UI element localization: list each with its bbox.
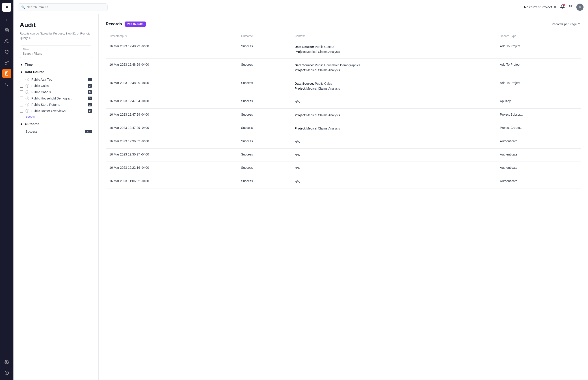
info-icon[interactable]: i (26, 90, 29, 94)
nav-key-icon[interactable] (2, 58, 11, 67)
cell-record-type: Authenticate (496, 148, 581, 162)
filter-item-public-case3: i Public Case 3 3 (20, 89, 92, 95)
nav-audit-icon[interactable] (2, 69, 11, 78)
records-per-page-label: Records per Page (551, 22, 577, 26)
filter-item-public-aaa-tpc: i Public Aaa Tpc 7 (20, 76, 92, 83)
cell-outcome: Success (238, 148, 291, 162)
cell-timestamp: 16 Mar 2023 12:47:29 -0400 (106, 122, 238, 135)
cell-timestamp: 16 Mar 2023 12:30:27 -0400 (106, 148, 238, 162)
checkbox-public-raster[interactable] (20, 109, 23, 113)
filter-time-header[interactable]: ▼ Time (20, 62, 92, 66)
search-input[interactable] (27, 5, 104, 9)
checkbox-public-household[interactable] (20, 96, 23, 100)
col-timestamp: Timestamp ⇅ (106, 32, 238, 40)
info-icon[interactable]: i (26, 78, 29, 81)
nav-plus-icon[interactable]: ＋ (2, 15, 11, 24)
info-icon[interactable]: i (26, 103, 29, 106)
sort-icon[interactable]: ⇅ (125, 35, 127, 38)
nav-add-circle-icon[interactable] (2, 368, 11, 377)
filter-search-box[interactable]: Filters (20, 45, 92, 58)
table-row: 16 Mar 2023 12:22:16 -0400 Success N/A A… (106, 162, 581, 175)
table-row: 16 Mar 2023 12:47:34 -0400 Success N/A A… (106, 95, 581, 108)
checkbox-success[interactable] (20, 130, 23, 133)
filter-label-public-store: Public Store Returns (31, 103, 85, 106)
checkbox-public-aaa-tpc[interactable] (20, 78, 23, 81)
see-all-link[interactable]: See All (26, 115, 92, 118)
nav-database-icon[interactable] (2, 26, 11, 35)
cell-timestamp: 16 Mar 2023 12:22:16 -0400 (106, 162, 238, 175)
nav-terminal-icon[interactable] (2, 80, 11, 89)
app-logo[interactable]: ■ (2, 3, 11, 12)
filter-section-datasource: ▲ Data Source i Public Aaa Tpc 7 i Publi… (20, 70, 92, 118)
cell-timestamp: 16 Mar 2023 12:47:29 -0400 (106, 108, 238, 122)
page-description: Results can be filtered by Purpose, Blob… (20, 31, 92, 40)
cell-record-type: Authenticate (496, 162, 581, 175)
records-header: Records 209 Results Records per Page ⇅ (106, 21, 581, 27)
filter-label-public-calcs: Public Calcs (31, 84, 85, 88)
cell-context: N/A (291, 175, 496, 188)
results-badge: 209 Results (125, 21, 146, 27)
cell-record-type: Project Subscr... (496, 108, 581, 122)
filter-item-public-raster: i Public Raster Overviews 2 (20, 108, 92, 114)
cell-context: Project:Medical Claims Analysis (291, 108, 496, 122)
cell-record-type: Authenticate (496, 135, 581, 148)
project-selector[interactable]: No Current Project ⇅ (524, 5, 557, 9)
nav-users-icon[interactable] (2, 37, 11, 46)
cell-outcome: Success (238, 77, 291, 95)
cell-outcome: Success (238, 122, 291, 135)
cell-context: Data Source: Public Case 3Project:Medica… (291, 40, 496, 58)
checkbox-public-case3[interactable] (20, 90, 23, 94)
filter-outcome-label: Outcome (25, 122, 39, 126)
search-box[interactable]: 🔍 (18, 3, 108, 11)
table-row: 16 Mar 2023 12:47:29 -0400 Success Proje… (106, 108, 581, 122)
table-row: 16 Mar 2023 12:48:29 -0400 Success Data … (106, 58, 581, 77)
cell-record-type: Add To Project (496, 58, 581, 77)
records-table: Timestamp ⇅ Outcome Context Record Type … (106, 32, 581, 189)
filter-search-input[interactable] (23, 52, 89, 55)
cell-timestamp: 16 Mar 2023 11:06:32 -0400 (106, 175, 238, 188)
cell-context: N/A (291, 95, 496, 108)
cell-timestamp: 16 Mar 2023 12:36:33 -0400 (106, 135, 238, 148)
cell-outcome: Success (238, 40, 291, 58)
nav-shield-icon[interactable] (2, 47, 11, 57)
cell-timestamp: 16 Mar 2023 12:48:29 -0400 (106, 77, 238, 95)
records-title: Records (106, 22, 122, 26)
info-icon[interactable]: i (26, 109, 29, 113)
sidebar-panel: Audit Results can be filtered by Purpose… (13, 14, 99, 380)
svg-point-0 (5, 29, 9, 30)
notification-dot (563, 4, 565, 6)
filter-label: Filters (23, 48, 89, 51)
project-selector-label: No Current Project (524, 5, 552, 9)
svg-point-7 (6, 362, 7, 363)
table-row: 16 Mar 2023 12:36:33 -0400 Success N/A A… (106, 135, 581, 148)
topbar: 🔍 No Current Project ⇅ K (13, 0, 588, 14)
info-icon[interactable]: i (26, 96, 29, 100)
records-per-page[interactable]: Records per Page ⇅ (551, 22, 581, 26)
badge-public-store: 2 (88, 103, 92, 106)
filter-label-public-household: Public Household Demogra... (31, 96, 85, 100)
filter-outcome-header[interactable]: ▲ Outcome (20, 122, 92, 126)
col-record-type: Record Type (496, 32, 581, 40)
wifi-icon[interactable] (568, 4, 573, 10)
filter-datasource-header[interactable]: ▲ Data Source (20, 70, 92, 74)
cell-record-type: Add To Project (496, 77, 581, 95)
search-icon: 🔍 (21, 5, 25, 9)
checkbox-public-store[interactable] (20, 103, 23, 106)
user-avatar[interactable]: K (576, 4, 584, 11)
cell-record-type: Api Key (496, 95, 581, 108)
badge-success: 203 (85, 130, 92, 133)
cell-outcome: Success (238, 135, 291, 148)
chevron-up-icon-outcome: ▲ (20, 122, 23, 126)
notification-bell[interactable] (560, 4, 565, 10)
cell-timestamp: 16 Mar 2023 12:47:34 -0400 (106, 95, 238, 108)
filter-item-public-store: i Public Store Returns 2 (20, 101, 92, 108)
checkbox-public-calcs[interactable] (20, 84, 23, 88)
table-row: 16 Mar 2023 12:47:29 -0400 Success Proje… (106, 122, 581, 135)
table-row: 16 Mar 2023 11:06:32 -0400 Success N/A A… (106, 175, 581, 188)
cell-context: N/A (291, 135, 496, 148)
filter-time-label: Time (25, 62, 33, 66)
nav-settings-icon[interactable] (2, 358, 11, 367)
filter-label-public-case3: Public Case 3 (31, 90, 85, 94)
cell-outcome: Success (238, 108, 291, 122)
info-icon[interactable]: i (26, 84, 29, 88)
